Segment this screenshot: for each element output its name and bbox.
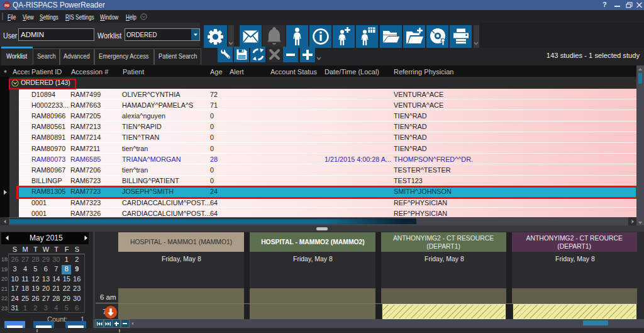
svg-text:PR: PR xyxy=(4,4,9,8)
